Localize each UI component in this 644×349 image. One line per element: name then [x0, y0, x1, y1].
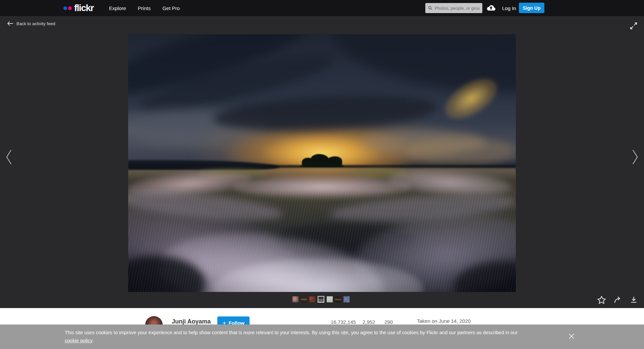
photo-action-bar	[597, 295, 638, 304]
log-in-link[interactable]: Log In	[502, 0, 516, 16]
thumbnail-pink-flowers[interactable]	[292, 296, 299, 302]
cookie-policy-link[interactable]: cookie policy	[65, 338, 92, 343]
thumbnail-current-seascape[interactable]	[318, 296, 324, 303]
flickr-logo-pink-dot	[68, 6, 72, 10]
search-icon	[428, 5, 433, 11]
flickr-logo-blue-dot	[63, 6, 67, 10]
close-icon[interactable]	[568, 333, 576, 341]
back-link-label: Back to activity feed	[16, 21, 55, 26]
thumbnail-sea-sunset[interactable]	[335, 296, 341, 302]
thumbnail-red-flowers[interactable]	[309, 296, 315, 302]
photo-viewer: Back to activity feed	[0, 16, 644, 308]
search-box[interactable]	[425, 3, 482, 13]
share-icon[interactable]	[613, 295, 622, 304]
photo-stormy-seascape[interactable]	[128, 34, 516, 292]
nav-explore[interactable]: Explore	[109, 5, 126, 11]
taken-date: Taken on June 14, 2020	[417, 318, 471, 324]
back-arrow-icon	[7, 21, 13, 26]
stat-comments: 290	[384, 319, 393, 325]
nav-prints[interactable]: Prints	[138, 5, 151, 11]
thumbnail-strip	[292, 295, 350, 304]
sign-up-button[interactable]: Sign Up	[519, 3, 544, 13]
upload-cloud-icon[interactable]	[486, 3, 497, 13]
flickr-logo-text: flickr	[74, 3, 94, 13]
cookie-banner: This site uses cookies to improve your e…	[0, 325, 644, 349]
flickr-logo[interactable]: flickr	[63, 0, 94, 16]
favorite-star-icon[interactable]	[597, 295, 606, 304]
main-nav: Explore Prints Get Pro	[109, 0, 180, 16]
download-icon[interactable]	[629, 295, 638, 304]
thumbnail-dark-sunset[interactable]	[301, 296, 307, 302]
top-navbar: flickr Explore Prints Get Pro Log In Sig…	[0, 0, 644, 16]
fullscreen-expand-icon[interactable]	[629, 21, 639, 31]
stat-views: 16,732,145	[331, 319, 356, 325]
next-photo-arrow[interactable]	[631, 148, 639, 166]
back-to-activity-feed-link[interactable]: Back to activity feed	[7, 21, 55, 26]
cookie-message-period: .	[92, 338, 94, 343]
search-input[interactable]	[435, 6, 480, 11]
thumbnail-pale-scene[interactable]	[327, 296, 333, 302]
previous-photo-arrow[interactable]	[5, 148, 13, 166]
nav-get-pro[interactable]: Get Pro	[162, 5, 180, 11]
stat-faves: 2,952	[363, 319, 375, 325]
cookie-message: This site uses cookies to improve your e…	[65, 329, 558, 345]
cookie-message-text: This site uses cookies to improve your e…	[65, 330, 518, 335]
thumbnail-blue-flowers[interactable]	[343, 296, 350, 302]
owner-name[interactable]: Junji Aoyama	[172, 318, 211, 325]
